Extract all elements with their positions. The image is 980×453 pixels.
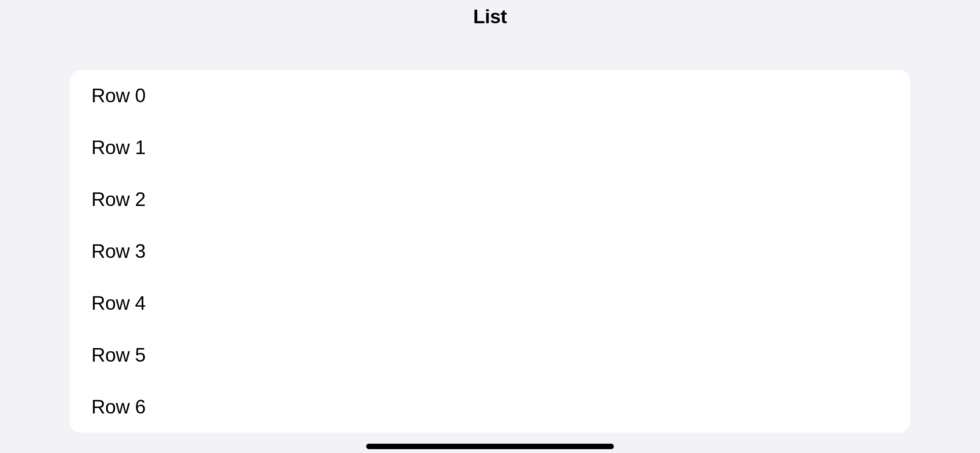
list-item[interactable]: Row 5 [70,329,910,381]
list-item[interactable]: Row 6 [70,381,910,433]
list-item[interactable]: Row 3 [70,225,910,277]
page-title: List [0,0,980,28]
list-item[interactable]: Row 2 [70,173,910,225]
list-item[interactable]: Row 0 [70,70,910,122]
list-item[interactable]: Row 4 [70,277,910,329]
list-item[interactable]: Row 1 [70,122,910,173]
home-indicator[interactable] [366,444,614,449]
list-container: Row 0 Row 1 Row 2 Row 3 Row 4 Row 5 Row … [70,70,910,433]
